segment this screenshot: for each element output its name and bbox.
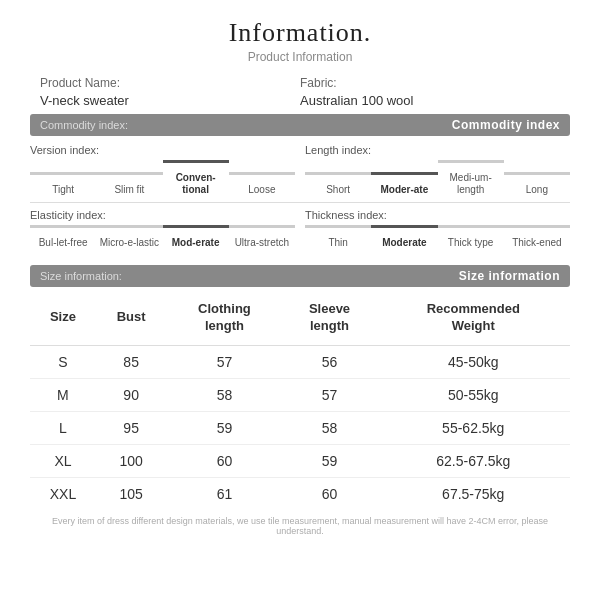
thickness-label: Thickness index: — [305, 209, 570, 221]
version-bar-0 — [30, 172, 96, 175]
table-row: L95595855-62.5kg — [30, 411, 570, 444]
version-label: Version index: — [30, 144, 295, 156]
length-index: Length index: Short Moder-ate Medi-um-le… — [305, 144, 570, 196]
size-section: Size information: Size information Size … — [30, 265, 570, 510]
commodity-index-section: Commodity index: Commodity index Version… — [30, 114, 570, 255]
commodity-section-label: Commodity index: — [40, 119, 128, 131]
table-row: S85575645-50kg — [30, 345, 570, 378]
cell-weight: 67.5-75kg — [377, 477, 570, 510]
divider-1 — [30, 202, 570, 203]
cell-bust: 95 — [96, 411, 167, 444]
size-section-title: Size information — [459, 269, 560, 283]
version-item-3: Loose — [229, 172, 295, 196]
cell-sleeve_length: 57 — [282, 378, 376, 411]
length-item-2: Medi-um-length — [438, 160, 504, 196]
cell-sleeve_length: 58 — [282, 411, 376, 444]
elasticity-bar-3 — [229, 225, 295, 228]
cell-size: M — [30, 378, 96, 411]
cell-clothing_length: 61 — [166, 477, 282, 510]
header: Information. Product Information — [30, 18, 570, 64]
thickness-item-3: Thick-ened — [504, 225, 570, 249]
length-bar-0 — [305, 172, 371, 175]
cell-sleeve_length: 56 — [282, 345, 376, 378]
table-row: M90585750-55kg — [30, 378, 570, 411]
commodity-section-title: Commodity index — [452, 118, 560, 132]
elasticity-item-0: Bul-let-free — [30, 225, 96, 249]
length-items: Short Moder-ate Medi-um-length Long — [305, 160, 570, 196]
cell-clothing_length: 59 — [166, 411, 282, 444]
cell-sleeve_length: 60 — [282, 477, 376, 510]
length-label: Length index: — [305, 144, 570, 156]
cell-bust: 85 — [96, 345, 167, 378]
table-row: XXL105616067.5-75kg — [30, 477, 570, 510]
elasticity-bar-1 — [96, 225, 162, 228]
length-bar-2 — [438, 160, 504, 163]
col-recommended-weight: RecommendedWeight — [377, 295, 570, 345]
table-header-row: Size Bust Clothinglength Sleevelength Re… — [30, 295, 570, 345]
thickness-items: Thin Moderate Thick type Thick-ened — [305, 225, 570, 249]
table-row: XL100605962.5-67.5kg — [30, 444, 570, 477]
version-item-1: Slim fit — [96, 172, 162, 196]
size-section-header: Size information: Size information — [30, 265, 570, 287]
thickness-item-2: Thick type — [438, 225, 504, 249]
page-subtitle: Product Information — [30, 50, 570, 64]
length-item-3: Long — [504, 172, 570, 196]
length-bar-3 — [504, 172, 570, 175]
length-item-0: Short — [305, 172, 371, 196]
col-sleeve-length: Sleevelength — [282, 295, 376, 345]
cell-size: L — [30, 411, 96, 444]
cell-bust: 90 — [96, 378, 167, 411]
size-table: Size Bust Clothinglength Sleevelength Re… — [30, 295, 570, 510]
thickness-bar-1 — [371, 225, 437, 228]
cell-weight: 62.5-67.5kg — [377, 444, 570, 477]
product-name-value: V-neck sweater — [40, 93, 300, 108]
cell-weight: 45-50kg — [377, 345, 570, 378]
elasticity-bar-0 — [30, 225, 96, 228]
elasticity-index: Elasticity index: Bul-let-free Micro-e-l… — [30, 209, 295, 249]
col-size: Size — [30, 295, 96, 345]
product-name-section: Product Name: V-neck sweater — [40, 76, 300, 108]
cell-size: XL — [30, 444, 96, 477]
version-index: Version index: Tight Slim fit Conven-tio… — [30, 144, 295, 196]
fabric-label: Fabric: — [300, 76, 560, 90]
cell-clothing_length: 60 — [166, 444, 282, 477]
thickness-bar-0 — [305, 225, 371, 228]
cell-clothing_length: 57 — [166, 345, 282, 378]
thickness-bar-3 — [504, 225, 570, 228]
version-item-0: Tight — [30, 172, 96, 196]
version-bar-1 — [96, 172, 162, 175]
cell-weight: 55-62.5kg — [377, 411, 570, 444]
page-title: Information. — [30, 18, 570, 48]
elasticity-item-2: Mod-erate — [163, 225, 229, 249]
cell-sleeve_length: 59 — [282, 444, 376, 477]
elasticity-label: Elasticity index: — [30, 209, 295, 221]
thickness-item-0: Thin — [305, 225, 371, 249]
cell-size: XXL — [30, 477, 96, 510]
elasticity-item-1: Micro-e-lastic — [96, 225, 162, 249]
index-row-1: Version index: Tight Slim fit Conven-tio… — [30, 144, 570, 196]
version-item-2: Conven-tional — [163, 160, 229, 196]
version-items: Tight Slim fit Conven-tional Loose — [30, 160, 295, 196]
cell-clothing_length: 58 — [166, 378, 282, 411]
col-bust: Bust — [96, 295, 167, 345]
cell-weight: 50-55kg — [377, 378, 570, 411]
thickness-item-1: Moderate — [371, 225, 437, 249]
size-section-label: Size information: — [40, 270, 122, 282]
version-bar-2 — [163, 160, 229, 163]
elasticity-item-3: Ultra-stretch — [229, 225, 295, 249]
fabric-section: Fabric: Australian 100 wool — [300, 76, 560, 108]
commodity-section-header: Commodity index: Commodity index — [30, 114, 570, 136]
thickness-bar-2 — [438, 225, 504, 228]
elasticity-items: Bul-let-free Micro-e-lastic Mod-erate Ul… — [30, 225, 295, 249]
version-bar-3 — [229, 172, 295, 175]
fabric-value: Australian 100 wool — [300, 93, 560, 108]
col-clothing-length: Clothinglength — [166, 295, 282, 345]
elasticity-bar-2 — [163, 225, 229, 228]
footer-note: Every item of dress different design mat… — [30, 516, 570, 536]
index-row-2: Elasticity index: Bul-let-free Micro-e-l… — [30, 209, 570, 249]
cell-bust: 100 — [96, 444, 167, 477]
page: Information. Product Information Product… — [0, 0, 600, 600]
product-name-label: Product Name: — [40, 76, 300, 90]
length-bar-1 — [371, 172, 437, 175]
length-item-1: Moder-ate — [371, 172, 437, 196]
